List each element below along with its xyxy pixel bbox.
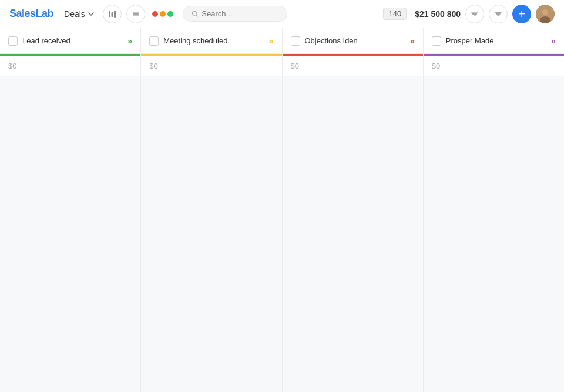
column-header-meeting-scheduled: Meeting scheduled » [141,28,281,54]
svg-rect-8 [472,13,477,15]
column-checkbox-objections-iden[interactable] [291,36,300,46]
sort-filter-button[interactable] [489,5,508,23]
filter-list-icon [471,10,479,18]
column-lead-received: Lead received » $0 [0,28,141,392]
column-header-prosper-made: Prosper Made » [424,28,564,54]
column-arrow-lead-received: » [127,36,132,46]
svg-rect-7 [471,12,478,13]
column-title-prosper-made: Prosper Made [446,36,546,45]
avatar-image [536,5,555,23]
svg-point-11 [542,9,548,15]
dot-red [152,11,158,17]
add-button[interactable]: + [512,5,531,23]
list-icon [132,10,140,18]
svg-rect-9 [474,15,476,16]
dot-yellow [160,11,166,17]
svg-rect-5 [133,15,139,16]
deals-nav[interactable]: Deals [61,7,98,21]
column-checkbox-lead-received[interactable] [8,36,18,46]
column-amount-lead-received: $0 [0,56,140,76]
search-input[interactable] [202,9,278,18]
status-dots [150,11,176,17]
column-header-lead-received: Lead received » [0,28,140,54]
search-icon [192,10,198,18]
column-meeting-scheduled: Meeting scheduled » $0 [141,28,282,392]
menu-view-button[interactable] [126,5,145,23]
column-title-objections-iden: Objections Iden [305,36,405,45]
column-arrow-objections-iden: » [409,36,414,46]
column-amount-meeting-scheduled: $0 [141,56,281,76]
svg-point-12 [540,16,550,23]
column-body-objections-iden[interactable] [283,76,423,392]
svg-rect-0 [109,11,110,17]
pipeline-icon [108,10,116,18]
svg-rect-2 [114,11,116,18]
column-body-meeting-scheduled[interactable] [141,76,281,392]
filter-list-button[interactable] [465,5,484,23]
search-box[interactable] [183,6,287,22]
pipeline-view-button[interactable] [103,5,122,23]
column-amount-prosper-made: $0 [424,56,564,76]
svg-rect-4 [133,13,139,15]
deals-label: Deals [64,9,85,19]
column-body-lead-received[interactable] [0,76,140,392]
logo: SalesLab [9,8,53,20]
total-amount: $21 500 800 [415,9,461,19]
column-arrow-prosper-made: » [551,36,556,46]
column-checkbox-prosper-made[interactable] [432,36,441,46]
column-title-meeting-scheduled: Meeting scheduled [163,36,264,45]
column-arrow-meeting-scheduled: » [268,36,273,46]
column-amount-objections-iden: $0 [283,56,423,76]
column-header-objections-iden: Objections Iden » [283,28,423,54]
svg-rect-1 [111,12,113,17]
svg-rect-3 [133,12,139,13]
column-title-lead-received: Lead received [22,36,123,45]
column-checkbox-meeting-scheduled[interactable] [149,36,159,46]
kanban-board: Lead received » $0 Meeting scheduled » $… [0,28,564,392]
dot-green [167,11,173,17]
navbar: SalesLab Deals 140 $21 500 80 [0,0,564,28]
chevron-down-icon [88,11,95,18]
avatar[interactable] [536,5,555,23]
column-prosper-made: Prosper Made » $0 [424,28,564,392]
column-objections-iden: Objections Iden » $0 [283,28,424,392]
sort-icon [494,10,502,18]
column-body-prosper-made[interactable] [424,76,564,392]
svg-point-6 [192,11,196,15]
deal-count-badge: 140 [383,8,407,20]
